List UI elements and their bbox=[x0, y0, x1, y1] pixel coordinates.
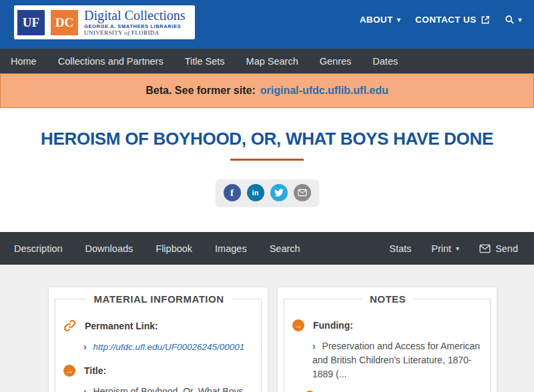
funding-value-row: › Preservation and Access for American a… bbox=[312, 339, 483, 381]
notes-card: NOTES → Funding: › Preservation and Acce… bbox=[277, 287, 497, 392]
funding-label: Funding: bbox=[313, 320, 353, 331]
search-icon bbox=[505, 15, 515, 25]
uf-logo-tile: UF bbox=[17, 10, 45, 35]
envelope-icon bbox=[298, 189, 307, 197]
brand-university: UNIVERSITY of FLORIDA bbox=[84, 30, 186, 36]
site-header: UF DC Digital Collections GEORGE A. SMAT… bbox=[0, 0, 534, 49]
title-zone: HEROISM OF BOYHOOD, OR, WHAT BOYS HAVE D… bbox=[0, 108, 534, 232]
beta-banner: Beta. See former site: original-ufdc.ufl… bbox=[0, 73, 534, 108]
arrow-circle-icon: → bbox=[292, 319, 304, 331]
chevron-down-icon: ▾ bbox=[519, 17, 522, 23]
header-nav: ABOUT ▾ CONTACT US ▾ bbox=[360, 15, 522, 25]
nav-collections-and-partners[interactable]: Collections and Partners bbox=[47, 56, 174, 67]
facebook-share-icon[interactable]: f bbox=[224, 184, 241, 201]
email-share-icon[interactable] bbox=[294, 184, 311, 201]
content-area: MATERIAL INFORMATION Permanent Link: › h… bbox=[0, 265, 534, 392]
link-icon bbox=[63, 319, 76, 332]
social-share-bar: f in bbox=[216, 179, 319, 206]
site-logo[interactable]: UF DC Digital Collections GEORGE A. SMAT… bbox=[14, 5, 195, 39]
chevron-right-icon: › bbox=[312, 341, 316, 351]
chevron-right-icon: › bbox=[83, 341, 87, 352]
notes-heading: NOTES bbox=[362, 293, 414, 305]
item-nav: Description Downloads Flipbook Images Se… bbox=[0, 232, 534, 265]
twitter-bird-icon bbox=[274, 188, 284, 197]
stats-button[interactable]: Stats bbox=[389, 243, 411, 254]
linkedin-share-icon[interactable]: in bbox=[247, 184, 264, 201]
contact-us-link[interactable]: CONTACT US bbox=[415, 15, 490, 25]
tab-search[interactable]: Search bbox=[258, 243, 312, 254]
permanent-link-label-row: Permanent Link: bbox=[63, 319, 254, 332]
envelope-icon bbox=[479, 244, 491, 253]
print-menu[interactable]: Print ▾ bbox=[431, 243, 459, 254]
nav-title-sets[interactable]: Title Sets bbox=[174, 56, 236, 67]
tab-flipbook[interactable]: Flipbook bbox=[144, 243, 204, 254]
title-label-row: → Title: bbox=[63, 365, 254, 377]
search-menu[interactable]: ▾ bbox=[505, 15, 522, 25]
material-information-card: MATERIAL INFORMATION Permanent Link: › h… bbox=[48, 287, 268, 392]
brand-org: GEORGE A. SMATHERS LIBRARIES bbox=[84, 24, 186, 29]
chevron-down-icon: ▾ bbox=[397, 17, 400, 23]
funding-label-row: → Funding: bbox=[292, 319, 483, 331]
chevron-down-icon: ▾ bbox=[456, 245, 459, 252]
tab-downloads[interactable]: Downloads bbox=[74, 243, 145, 254]
tab-description[interactable]: Description bbox=[3, 243, 74, 254]
brand-text: Digital Collections GEORGE A. SMATHERS L… bbox=[84, 9, 186, 36]
title-value: Heroism of Boyhood, Or, What Boys Have D… bbox=[83, 386, 243, 392]
permanent-link[interactable]: http://ufdc.ufl.edu/UF00026245/00001 bbox=[93, 342, 245, 352]
external-link-icon bbox=[481, 15, 490, 25]
dc-logo-tile: DC bbox=[51, 10, 78, 35]
twitter-share-icon[interactable] bbox=[270, 184, 288, 201]
nav-genres[interactable]: Genres bbox=[309, 56, 362, 67]
nav-home[interactable]: Home bbox=[0, 56, 47, 67]
about-menu[interactable]: ABOUT ▾ bbox=[360, 15, 400, 25]
arrow-circle-icon: → bbox=[63, 365, 75, 377]
main-nav: Home Collections and Partners Title Sets… bbox=[0, 49, 534, 73]
nav-dates[interactable]: Dates bbox=[362, 56, 409, 67]
nav-map-search[interactable]: Map Search bbox=[236, 56, 309, 67]
funding-value: Preservation and Access for American and… bbox=[312, 341, 480, 379]
permanent-link-value-row: › http://ufdc.ufl.edu/UF00026245/00001 bbox=[83, 340, 254, 354]
permanent-link-label: Permanent Link: bbox=[85, 321, 158, 331]
send-button[interactable]: Send bbox=[479, 243, 518, 254]
former-site-link[interactable]: original-ufdc.uflib.ufl.edu bbox=[260, 85, 388, 97]
title-value-row: › Heroism of Boyhood, Or, What Boys Have… bbox=[83, 385, 254, 392]
material-information-heading: MATERIAL INFORMATION bbox=[86, 293, 232, 305]
chevron-right-icon: › bbox=[83, 386, 87, 392]
title-label: Title: bbox=[84, 365, 106, 376]
tab-images[interactable]: Images bbox=[204, 243, 258, 254]
brand-name: Digital Collections bbox=[84, 9, 186, 23]
beta-text: Beta. See former site: bbox=[146, 85, 256, 97]
page-title: HEROISM OF BOYHOOD, OR, WHAT BOYS HAVE D… bbox=[0, 108, 534, 149]
